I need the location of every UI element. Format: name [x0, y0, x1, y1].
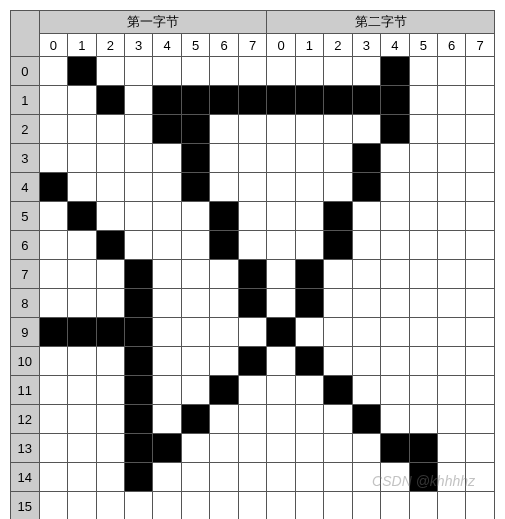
- row-header-1: 1: [11, 86, 40, 115]
- pixel-cell: [68, 492, 96, 520]
- grid-row: 3: [11, 144, 495, 173]
- pixel-cell: [267, 434, 295, 463]
- pixel-cell: [466, 202, 495, 231]
- corner-cell: [11, 11, 40, 57]
- row-header-2: 2: [11, 115, 40, 144]
- row-header-12: 12: [11, 405, 40, 434]
- pixel-cell: [352, 434, 380, 463]
- grid-body: 0123456789101112131415: [11, 57, 495, 520]
- pixel-cell: [39, 492, 67, 520]
- pixel-cell: [210, 405, 238, 434]
- pixel-cell: [96, 318, 124, 347]
- pixel-cell: [96, 173, 124, 202]
- pixel-cell: [267, 173, 295, 202]
- grid-row: 0: [11, 57, 495, 86]
- pixel-cell: [96, 86, 124, 115]
- pixel-cell: [352, 231, 380, 260]
- grid-row: 12: [11, 405, 495, 434]
- grid-row: 13: [11, 434, 495, 463]
- pixel-cell: [295, 115, 323, 144]
- row-header-0: 0: [11, 57, 40, 86]
- pixel-cell: [381, 376, 409, 405]
- pixel-cell: [181, 260, 209, 289]
- pixel-cell: [466, 173, 495, 202]
- pixel-cell: [324, 434, 352, 463]
- pixel-cell: [409, 115, 437, 144]
- pixel-cell: [39, 376, 67, 405]
- pixel-cell: [68, 115, 96, 144]
- pixel-cell: [68, 86, 96, 115]
- pixel-cell: [381, 347, 409, 376]
- pixel-cell: [39, 405, 67, 434]
- pixel-cell: [39, 318, 67, 347]
- pixel-cell: [181, 492, 209, 520]
- pixel-cell: [125, 115, 153, 144]
- pixel-cell: [409, 434, 437, 463]
- pixel-cell: [466, 463, 495, 492]
- pixel-cell: [437, 57, 465, 86]
- pixel-cell: [125, 434, 153, 463]
- pixel-cell: [181, 231, 209, 260]
- pixel-cell: [267, 260, 295, 289]
- pixel-cell: [68, 463, 96, 492]
- pixel-cell: [210, 260, 238, 289]
- pixel-cell: [381, 115, 409, 144]
- pixel-cell: [238, 434, 266, 463]
- pixel-cell: [352, 289, 380, 318]
- pixel-cell: [210, 463, 238, 492]
- row-header-8: 8: [11, 289, 40, 318]
- pixel-cell: [153, 202, 181, 231]
- pixel-cell: [96, 260, 124, 289]
- pixel-cell: [267, 115, 295, 144]
- pixel-cell: [324, 376, 352, 405]
- pixel-cell: [352, 144, 380, 173]
- pixel-cell: [381, 318, 409, 347]
- pixel-cell: [381, 173, 409, 202]
- pixel-cell: [295, 376, 323, 405]
- col-header-7: 7: [238, 34, 266, 57]
- pixel-cell: [437, 173, 465, 202]
- grid-row: 9: [11, 318, 495, 347]
- pixel-cell: [39, 173, 67, 202]
- pixel-cell: [324, 57, 352, 86]
- pixel-cell: [238, 231, 266, 260]
- pixel-cell: [324, 492, 352, 520]
- row-header-5: 5: [11, 202, 40, 231]
- pixel-cell: [324, 405, 352, 434]
- grid-row: 1: [11, 86, 495, 115]
- pixel-cell: [295, 405, 323, 434]
- pixel-cell: [295, 318, 323, 347]
- pixel-cell: [352, 376, 380, 405]
- grid-row: 11: [11, 376, 495, 405]
- pixel-cell: [96, 405, 124, 434]
- pixel-cell: [238, 115, 266, 144]
- grid-row: 15: [11, 492, 495, 520]
- pixel-cell: [324, 260, 352, 289]
- pixel-cell: [210, 144, 238, 173]
- col-header-9: 1: [295, 34, 323, 57]
- pixel-cell: [324, 173, 352, 202]
- pixel-cell: [153, 115, 181, 144]
- pixel-cell: [153, 231, 181, 260]
- pixel-cell: [409, 144, 437, 173]
- pixel-cell: [39, 434, 67, 463]
- col-header-4: 4: [153, 34, 181, 57]
- pixel-cell: [466, 260, 495, 289]
- pixel-cell: [181, 289, 209, 318]
- row-header-4: 4: [11, 173, 40, 202]
- pixel-cell: [210, 57, 238, 86]
- pixel-cell: [153, 173, 181, 202]
- pixel-cell: [125, 376, 153, 405]
- pixel-cell: [381, 289, 409, 318]
- pixel-cell: [324, 347, 352, 376]
- row-header-10: 10: [11, 347, 40, 376]
- pixel-cell: [381, 86, 409, 115]
- pixel-cell: [352, 463, 380, 492]
- pixel-cell: [238, 86, 266, 115]
- pixel-cell: [409, 318, 437, 347]
- pixel-cell: [437, 492, 465, 520]
- pixel-cell: [96, 202, 124, 231]
- pixel-cell: [352, 202, 380, 231]
- pixel-cell: [409, 202, 437, 231]
- pixel-cell: [409, 347, 437, 376]
